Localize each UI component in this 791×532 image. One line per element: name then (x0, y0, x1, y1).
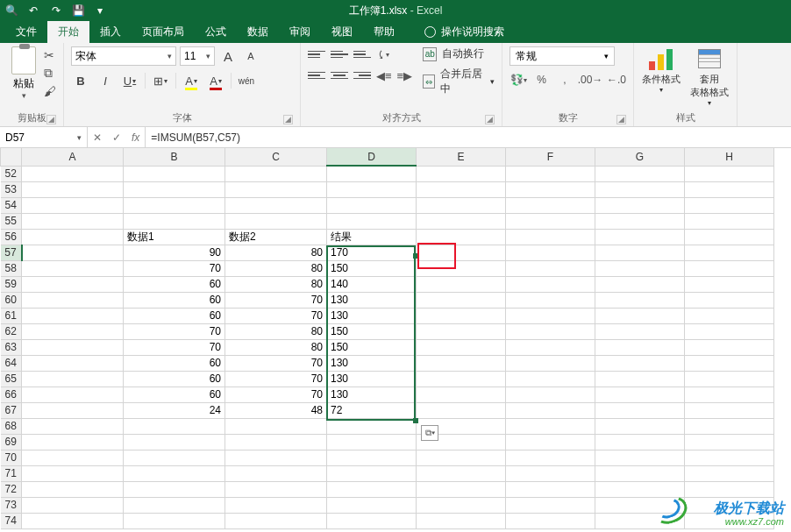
cell-H61[interactable] (685, 308, 774, 323)
cell-E67[interactable] (417, 402, 506, 418)
cell-D62[interactable]: 150 (327, 323, 417, 339)
cell-G55[interactable] (595, 213, 685, 229)
cell-H65[interactable] (685, 371, 774, 387)
column-header-C[interactable]: C (225, 148, 327, 166)
font-size-combo[interactable]: 11▾ (180, 46, 215, 66)
bold-button[interactable]: B (71, 71, 90, 90)
cell-F58[interactable] (506, 260, 595, 276)
cell-C63[interactable]: 80 (225, 339, 327, 355)
cell-H70[interactable] (685, 450, 774, 465)
cell-E60[interactable] (417, 292, 506, 308)
formula-bar[interactable]: =IMSUM(B57,C57) (146, 127, 791, 147)
row-header-55[interactable]: 55 (1, 213, 22, 229)
insert-function-icon[interactable]: fx (132, 131, 139, 144)
cell-H56[interactable] (685, 229, 774, 245)
cell-G71[interactable] (595, 465, 685, 481)
cell-B52[interactable] (124, 166, 225, 181)
row-header-68[interactable]: 68 (1, 418, 22, 434)
cell-C70[interactable] (225, 450, 327, 465)
cell-E52[interactable] (417, 166, 506, 181)
cell-H63[interactable] (685, 339, 774, 355)
cell-B70[interactable] (124, 450, 225, 465)
cell-B73[interactable] (124, 497, 225, 513)
qat-redo-icon[interactable]: ↷ (48, 3, 64, 18)
cell-G58[interactable] (595, 260, 685, 276)
cell-H66[interactable] (685, 387, 774, 402)
cell-F72[interactable] (506, 481, 595, 497)
cell-F63[interactable] (506, 339, 595, 355)
cell-D74[interactable] (327, 513, 417, 528)
row-header-60[interactable]: 60 (1, 292, 22, 308)
cell-A70[interactable] (22, 450, 124, 465)
cell-D67[interactable]: 72 (327, 402, 417, 418)
cell-F69[interactable] (506, 434, 595, 450)
dialog-launcher-icon[interactable]: ◢ (616, 115, 626, 124)
font-name-combo[interactable]: 宋体▾ (71, 46, 176, 66)
cell-A73[interactable] (22, 497, 124, 513)
cell-A56[interactable] (22, 229, 124, 245)
cell-C53[interactable] (225, 181, 327, 197)
cell-F55[interactable] (506, 213, 595, 229)
align-right-icon[interactable] (353, 67, 371, 83)
cell-B74[interactable] (124, 513, 225, 528)
column-header-B[interactable]: B (124, 148, 225, 166)
cell-H58[interactable] (685, 260, 774, 276)
merge-center-button[interactable]: ⇔ 合并后居中 ▾ (423, 67, 495, 96)
cell-C54[interactable] (225, 197, 327, 213)
row-header-54[interactable]: 54 (1, 197, 22, 213)
cell-A71[interactable] (22, 465, 124, 481)
comma-format-icon[interactable]: , (556, 71, 574, 89)
row-header-64[interactable]: 64 (1, 355, 22, 371)
cell-G70[interactable] (595, 450, 685, 465)
cell-B68[interactable] (124, 418, 225, 434)
cell-A69[interactable] (22, 434, 124, 450)
enter-formula-icon[interactable]: ✓ (112, 131, 121, 144)
cell-A61[interactable] (22, 308, 124, 323)
cell-A58[interactable] (22, 260, 124, 276)
cell-C72[interactable] (225, 481, 327, 497)
phonetic-button[interactable]: wén (237, 71, 256, 90)
cell-H53[interactable] (685, 181, 774, 197)
tab-insert[interactable]: 插入 (89, 21, 132, 43)
cell-D70[interactable] (327, 450, 417, 465)
cell-D59[interactable]: 140 (327, 276, 417, 292)
tell-me[interactable]: 操作说明搜索 (416, 21, 513, 43)
cell-G52[interactable] (595, 166, 685, 181)
cell-G65[interactable] (595, 371, 685, 387)
cell-F64[interactable] (506, 355, 595, 371)
decrease-decimal-icon[interactable]: ←.0 (607, 71, 626, 89)
cell-A63[interactable] (22, 339, 124, 355)
align-top-icon[interactable] (308, 46, 325, 62)
cell-C61[interactable]: 70 (225, 308, 327, 323)
cell-H55[interactable] (685, 213, 774, 229)
dialog-launcher-icon[interactable]: ◢ (283, 115, 293, 124)
cell-G54[interactable] (595, 197, 685, 213)
cell-B57[interactable]: 90 (124, 245, 225, 260)
cell-F52[interactable] (506, 166, 595, 181)
autofill-options-button[interactable]: ⧉▾ (421, 425, 438, 441)
cell-H72[interactable] (685, 481, 774, 497)
increase-decimal-icon[interactable]: .00→ (579, 71, 602, 89)
cell-F74[interactable] (506, 513, 595, 528)
cell-A66[interactable] (22, 387, 124, 402)
cell-A74[interactable] (22, 513, 124, 528)
cell-G66[interactable] (595, 387, 685, 402)
cell-G63[interactable] (595, 339, 685, 355)
cell-B58[interactable]: 70 (124, 260, 225, 276)
row-header-59[interactable]: 59 (1, 276, 22, 292)
row-header-65[interactable]: 65 (1, 371, 22, 387)
cell-C65[interactable]: 70 (225, 371, 327, 387)
cell-E64[interactable] (417, 355, 506, 371)
cell-G61[interactable] (595, 308, 685, 323)
tab-file[interactable]: 文件 (5, 21, 47, 43)
cell-G57[interactable] (595, 245, 685, 260)
cell-H69[interactable] (685, 434, 774, 450)
align-left-icon[interactable] (308, 67, 325, 83)
row-header-53[interactable]: 53 (1, 181, 22, 197)
cell-B64[interactable]: 60 (124, 355, 225, 371)
tab-formulas[interactable]: 公式 (195, 21, 237, 43)
cell-F61[interactable] (506, 308, 595, 323)
column-header-D[interactable]: D (327, 148, 417, 166)
cell-H54[interactable] (685, 197, 774, 213)
cell-E57[interactable] (417, 245, 506, 260)
